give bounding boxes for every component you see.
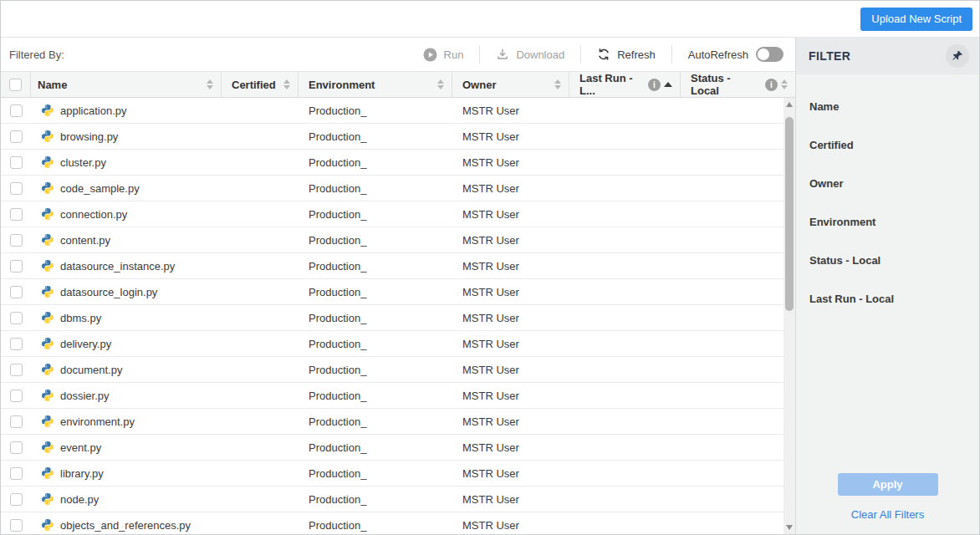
python-icon — [41, 389, 54, 402]
select-all-checkbox[interactable] — [9, 79, 22, 91]
scroll-up-arrow-icon[interactable] — [786, 102, 793, 107]
column-header-owner[interactable]: Owner — [452, 72, 569, 97]
filter-panel: FILTER Name Certified Owner Environment … — [795, 38, 979, 534]
cell-owner: MSTR User — [452, 156, 569, 169]
row-checkbox[interactable] — [10, 415, 23, 428]
column-label: Certified — [232, 79, 276, 91]
row-checkbox[interactable] — [10, 182, 23, 195]
table-row[interactable]: dbms.py Production_ MSTR User — [1, 305, 783, 331]
table-row[interactable]: application.py Production_ MSTR User — [1, 98, 783, 124]
cell-name: document.py — [31, 363, 222, 376]
table-row[interactable]: node.py Production_ MSTR User — [1, 487, 783, 512]
scroll-down-arrow-icon[interactable] — [786, 525, 793, 530]
sort-icon[interactable] — [554, 79, 561, 89]
column-header-status[interactable]: Status - Local — [681, 72, 795, 97]
script-name: dbms.py — [60, 312, 101, 324]
vertical-scrollbar[interactable] — [783, 98, 795, 534]
column-header-name[interactable]: Name — [31, 72, 222, 97]
sort-icon[interactable] — [437, 79, 444, 89]
refresh-button[interactable]: Refresh — [581, 48, 671, 61]
row-checkbox-cell — [1, 234, 31, 247]
sort-icon[interactable] — [207, 79, 213, 89]
sort-icon[interactable] — [781, 79, 788, 89]
python-icon — [41, 311, 54, 324]
column-label: Owner — [462, 79, 496, 91]
row-checkbox-cell — [1, 286, 31, 298]
table-row[interactable]: event.py Production_ MSTR User — [1, 435, 783, 461]
row-checkbox[interactable] — [10, 390, 23, 402]
info-icon[interactable] — [648, 79, 661, 91]
column-header-certified[interactable]: Certified — [222, 72, 299, 97]
python-icon — [41, 233, 54, 247]
column-label: Status - Local — [691, 72, 762, 97]
upload-new-script-button[interactable]: Upload New Script — [860, 8, 972, 31]
filter-item-environment[interactable]: Environment — [809, 202, 979, 241]
table-row[interactable]: library.py Production_ MSTR User — [1, 461, 783, 487]
pin-button[interactable] — [946, 44, 969, 68]
row-checkbox[interactable] — [10, 234, 23, 247]
filter-item-status-local[interactable]: Status - Local — [809, 241, 979, 279]
row-checkbox[interactable] — [10, 519, 23, 532]
table-row[interactable]: objects_and_references.py Production_ MS… — [1, 512, 783, 534]
sort-ascending-icon[interactable] — [664, 82, 672, 87]
row-checkbox[interactable] — [10, 312, 23, 324]
table-row[interactable]: environment.py Production_ MSTR User — [1, 409, 783, 435]
row-checkbox[interactable] — [10, 208, 23, 221]
run-button[interactable]: Run — [407, 48, 480, 62]
autorefresh-toggle[interactable] — [756, 47, 783, 62]
info-icon[interactable] — [765, 79, 778, 91]
column-header-environment[interactable]: Environment — [299, 72, 452, 97]
script-name: library.py — [60, 467, 104, 480]
column-header-last-run[interactable]: Last Run - L... — [569, 72, 681, 97]
filter-item-last-run-local[interactable]: Last Run - Local — [809, 279, 979, 318]
row-checkbox[interactable] — [10, 338, 23, 350]
cell-owner: MSTR User — [452, 182, 569, 195]
cell-name: node.py — [31, 492, 222, 506]
sort-icon[interactable] — [283, 79, 290, 89]
row-checkbox[interactable] — [10, 441, 23, 454]
table-row[interactable]: browsing.py Production_ MSTR User — [1, 124, 783, 150]
script-name: content.py — [60, 234, 110, 247]
cell-name: browsing.py — [31, 130, 222, 143]
table-row[interactable]: document.py Production_ MSTR User — [1, 357, 783, 383]
filter-item-certified[interactable]: Certified — [809, 125, 979, 164]
filter-item-name[interactable]: Name — [809, 87, 979, 125]
row-checkbox[interactable] — [10, 104, 23, 117]
filter-item-owner[interactable]: Owner — [809, 164, 979, 202]
table-row[interactable]: datasource_login.py Production_ MSTR Use… — [1, 279, 783, 305]
row-checkbox[interactable] — [10, 286, 23, 298]
cell-environment: Production_ — [299, 208, 452, 221]
filter-item-label: Certified — [809, 139, 854, 151]
row-checkbox[interactable] — [10, 156, 23, 169]
row-checkbox[interactable] — [10, 130, 23, 143]
cell-name: code_sample.py — [31, 181, 222, 195]
row-checkbox[interactable] — [10, 493, 23, 506]
apply-button[interactable]: Apply — [838, 473, 938, 496]
python-icon — [41, 415, 54, 428]
script-name: objects_and_references.py — [60, 519, 191, 532]
table-row[interactable]: delivery.py Production_ MSTR User — [1, 331, 783, 357]
table-row[interactable]: dossier.py Production_ MSTR User — [1, 383, 783, 409]
table-row[interactable]: cluster.py Production_ MSTR User — [1, 150, 783, 176]
row-checkbox[interactable] — [10, 260, 23, 273]
cell-owner: MSTR User — [452, 467, 569, 480]
clear-all-filters-link[interactable]: Clear All Filters — [851, 508, 924, 521]
cell-owner: MSTR User — [452, 519, 569, 532]
scrollbar-thumb[interactable] — [785, 117, 794, 311]
script-name: application.py — [60, 104, 127, 117]
cell-name: objects_and_references.py — [31, 518, 222, 532]
cell-environment: Production_ — [299, 493, 452, 506]
table-row[interactable]: code_sample.py Production_ MSTR User — [1, 176, 783, 201]
row-checkbox-cell — [1, 441, 31, 454]
download-button[interactable]: Download — [480, 48, 580, 61]
table-row[interactable]: connection.py Production_ MSTR User — [1, 201, 783, 227]
row-checkbox[interactable] — [10, 364, 23, 376]
script-name: cluster.py — [60, 156, 106, 169]
row-checkbox[interactable] — [10, 467, 23, 480]
cell-environment: Production_ — [299, 104, 452, 117]
cell-name: delivery.py — [31, 337, 222, 350]
table-row[interactable]: content.py Production_ MSTR User — [1, 227, 783, 253]
python-icon — [41, 363, 54, 376]
filter-item-label: Environment — [809, 216, 875, 228]
table-row[interactable]: datasource_instance.py Production_ MSTR … — [1, 253, 783, 279]
